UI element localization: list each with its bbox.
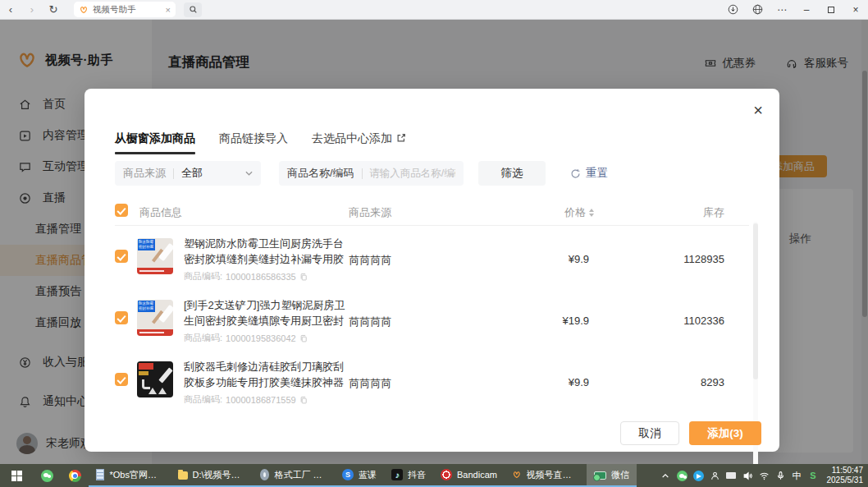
product-code: 商品编码: 10000195836042 [184, 332, 350, 344]
channels-logo-icon [512, 469, 522, 480]
tab-add-from-showcase[interactable]: 从橱窗添加商品 [115, 130, 195, 146]
screen: ‹ › ↻ 视频号助手 × ⋯ – × 视频号·助 [0, 0, 868, 487]
product-title[interactable]: 塑钢泥防水防霉卫生间厨房洗手台密封胶填缝剂美缝封边补漏专用胶150ml... [184, 236, 350, 267]
tray-mic-icon[interactable] [774, 471, 788, 481]
more-icon[interactable]: ⋯ [770, 0, 794, 19]
close-icon[interactable]: × [843, 0, 868, 19]
folder-icon [178, 471, 188, 480]
taskbar-wechat-icon[interactable] [33, 464, 61, 487]
chevron-down-icon [245, 171, 253, 176]
price-sort-icon[interactable] [589, 209, 594, 217]
screen-share-icon [594, 471, 606, 480]
notepad-icon [96, 469, 104, 480]
tab-import-by-link[interactable]: 商品链接导入 [219, 130, 288, 146]
tray-sogou-icon[interactable]: S [806, 471, 820, 480]
product-thumbnail [137, 361, 173, 397]
formatfactory-icon [260, 469, 269, 480]
taskbar-chrome-icon[interactable] [61, 464, 89, 487]
table-row: 刮胶器毛刺修边清硅胶刮刀璃胶刮胶板多功能专用打胶美缝抹胶神器 商品编码: 100… [85, 351, 779, 413]
external-link-icon [396, 133, 406, 143]
tray-wechat-icon[interactable] [675, 471, 689, 481]
add-products-modal: × 从橱窗添加商品 商品链接导入 去选品中心添加 商品来源 全部 商品名称/编码 [85, 89, 779, 452]
tray-volume-icon[interactable] [741, 471, 755, 481]
modal-close-icon[interactable]: × [753, 102, 763, 118]
windows-icon [11, 471, 22, 481]
select-all-checkbox[interactable] [115, 204, 128, 217]
taskbar-clock[interactable]: 11:50:47 2025/5/31 [827, 466, 864, 485]
search-placeholder: 请输入商品名称/编码搜索 [369, 167, 455, 181]
tray-expand-icon[interactable] [659, 473, 673, 479]
restore-icon[interactable] [819, 0, 843, 19]
table-header: 商品信息 商品来源 价格 库存 [85, 204, 779, 220]
refresh-icon[interactable]: ↻ [43, 3, 64, 16]
download-icon[interactable] [720, 0, 745, 19]
product-thumbnail: 防水防霉 密封补漏 [137, 300, 173, 336]
clock-time: 11:50:47 [827, 466, 864, 476]
tray-card-icon[interactable] [724, 472, 738, 479]
product-stock: 1102336 [642, 315, 724, 327]
modal-tabs: 从橱窗添加商品 商品链接导入 去选品中心添加 [115, 130, 406, 146]
back-icon[interactable]: ‹ [0, 3, 21, 16]
search-icon[interactable] [184, 2, 202, 17]
product-source: 苘苘苘苘 [349, 315, 391, 329]
minimize-icon[interactable]: – [794, 0, 819, 19]
product-title[interactable]: [到手2支送铲刀]强力塑钢泥厨房卫生间密封胶美缝填隙专用厨卫密封胶150M... [184, 297, 350, 328]
clock-date: 2025/5/31 [827, 476, 864, 485]
ime-indicator[interactable]: 中 [790, 470, 804, 482]
globe-icon[interactable] [745, 0, 770, 19]
row-checkbox[interactable] [115, 250, 128, 263]
filter-bar: 商品来源 全部 商品名称/编码 请输入商品名称/编码搜索 筛选 重置 [115, 161, 608, 186]
browser-titlebar: ‹ › ↻ 视频号助手 × ⋯ – × [0, 0, 868, 20]
copy-icon[interactable] [299, 273, 308, 281]
forward-icon[interactable]: › [21, 3, 43, 16]
confirm-add-button[interactable]: 添加(3) [689, 421, 761, 445]
browser-tab[interactable]: 视频号助手 × [74, 2, 176, 17]
lanke-icon: S [342, 469, 354, 480]
system-tray: 中 S 11:50:47 2025/5/31 [659, 464, 868, 487]
douyin-icon: ♪ [391, 469, 403, 480]
product-price: ¥9.9 [507, 376, 589, 388]
tab-title: 视频号助手 [93, 4, 162, 16]
taskbar-app-obs[interactable]: *Obs官网电脑... [89, 464, 171, 487]
product-stock: 8293 [642, 376, 724, 388]
product-code: 商品编码: 10000186586335 [184, 270, 350, 283]
product-price: ¥9.9 [507, 253, 589, 265]
table-row: 防水防霉 密封补漏 塑钢泥防水防霉卫生间厨房洗手台密封胶填缝剂美缝封边补漏专用胶… [85, 228, 779, 290]
row-checkbox[interactable] [115, 373, 128, 386]
source-select[interactable]: 商品来源 全部 [115, 161, 261, 186]
tray-contact-icon[interactable] [708, 471, 722, 481]
modal-footer: 取消 添加(3) [85, 416, 779, 452]
page: 视频号·助手 首页 内容管理 互动管理 直播 [0, 20, 868, 464]
reset-button[interactable]: 重置 [570, 166, 608, 181]
tray-telegram-icon[interactable] [692, 471, 706, 481]
cancel-button[interactable]: 取消 [620, 421, 679, 445]
taskbar-app-douyin[interactable]: ♪ 抖音 [384, 464, 433, 487]
taskbar-app-folder[interactable]: D:\视频号直播... [171, 464, 253, 487]
product-code: 商品编码: 10000186871559 [184, 393, 350, 406]
filter-button[interactable]: 筛选 [478, 161, 546, 186]
copy-icon[interactable] [299, 334, 308, 342]
table-row: 防水防霉 密封补漏 [到手2支送铲刀]强力塑钢泥厨房卫生间密封胶美缝填隙专用厨卫… [85, 290, 779, 351]
copy-icon[interactable] [299, 396, 308, 404]
taskbar-app-formatfactory[interactable]: 格式工厂 X64 ... [253, 464, 335, 487]
taskbar-app-bandicam[interactable]: Bandicam [433, 464, 505, 487]
product-stock: 1128935 [642, 253, 724, 265]
row-checkbox[interactable] [115, 311, 128, 324]
taskbar-app-lanke[interactable]: S 蓝课 [335, 464, 384, 487]
taskbar-app-weixin[interactable]: 微信 [587, 464, 637, 487]
tab-close-icon[interactable]: × [166, 5, 171, 15]
product-source: 苘苘苘苘 [349, 376, 391, 391]
bandicam-icon [441, 469, 452, 480]
product-title[interactable]: 刮胶器毛刺修边清硅胶刮刀璃胶刮胶板多功能专用打胶美缝抹胶神器 [184, 359, 350, 390]
product-source: 苘苘苘苘 [349, 253, 391, 268]
tab-goto-selection-center[interactable]: 去选品中心添加 [312, 130, 406, 146]
taskbar-app-live-companion[interactable]: 视频号直播伴侣 [505, 464, 587, 487]
taskbar: *Obs官网电脑... D:\视频号直播... 格式工厂 X64 ... S 蓝… [0, 464, 868, 487]
product-price: ¥19.9 [507, 315, 589, 327]
product-thumbnail: 防水防霉 密封补漏 [137, 238, 173, 274]
product-search-input[interactable]: 商品名称/编码 请输入商品名称/编码搜索 [279, 161, 464, 186]
reset-icon [570, 168, 581, 179]
channels-logo-icon [79, 5, 89, 15]
start-button[interactable] [0, 464, 33, 487]
tray-network-icon[interactable] [757, 471, 771, 481]
